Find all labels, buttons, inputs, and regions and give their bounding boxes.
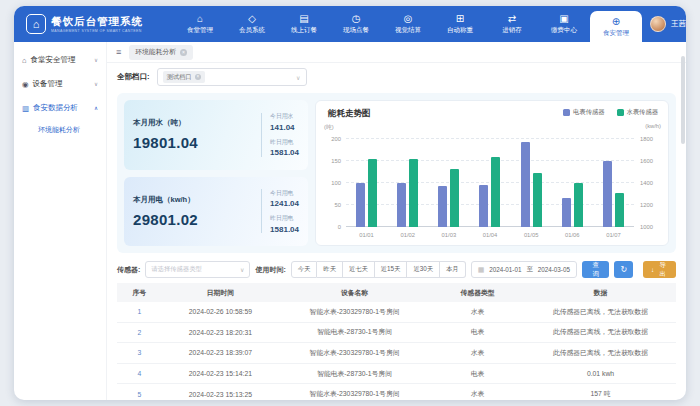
- stall-tag-close-icon[interactable]: ×: [195, 74, 202, 81]
- scrollbar-track[interactable]: [681, 46, 685, 396]
- table-row[interactable]: 32024-02-23 18:39:07智能水表-230329780-1号房间水…: [117, 343, 676, 364]
- sidebar-item-icon: ◉: [22, 80, 29, 89]
- legend-item-水表传感器[interactable]: 水表传感器: [617, 108, 658, 117]
- nav-item-label: 自动称重: [447, 26, 473, 35]
- table-cell: 电表: [430, 322, 525, 343]
- bar-电表传感器-01/05[interactable]: [521, 142, 530, 227]
- quick-range-今天[interactable]: 今天: [291, 261, 318, 278]
- legend-swatch: [617, 109, 624, 116]
- nav-item-视觉结算[interactable]: ◎视觉结算: [382, 6, 434, 42]
- nav-item-食安管理[interactable]: ⊕食安管理: [590, 11, 642, 42]
- chart-title: 能耗走势图: [328, 108, 371, 120]
- time-label: 使用时间:: [255, 265, 285, 275]
- nav-item-自动称重[interactable]: ⊞自动称重: [434, 6, 486, 42]
- x-axis-label: 01/07: [606, 232, 621, 238]
- table-cell: 此传感器已离线，无法获取数据: [525, 322, 676, 343]
- calendar-icon: ▦: [478, 266, 485, 274]
- stat-card-title: 本月用水（吨）: [133, 118, 253, 128]
- bar-水表传感器-01/06[interactable]: [574, 183, 583, 227]
- table-cell: 电表: [430, 363, 525, 384]
- stat-sub: 昨日用电1581.04: [270, 214, 299, 234]
- nav-item-线上订餐[interactable]: ▤线上订餐: [278, 6, 330, 42]
- sensor-type-select[interactable]: 请选择传感器类型 ∨: [145, 261, 250, 278]
- sidebar-item-设备管理[interactable]: ◉设备管理∨: [14, 72, 106, 96]
- stat-card-main: 本月用电（kw/h）29801.02: [133, 195, 253, 228]
- stat-sub-value: 1241.04: [270, 199, 299, 208]
- stat-card-main: 本月用水（吨）19801.04: [133, 118, 253, 151]
- 食堂管理-icon: ⌂: [197, 14, 203, 24]
- date-range-input[interactable]: ▦ 2024-01-01 至 2024-03-05: [471, 261, 577, 278]
- tab-close-icon[interactable]: ×: [180, 49, 187, 56]
- bar-水表传感器-01/03[interactable]: [450, 169, 459, 227]
- quick-range-昨天[interactable]: 昨天: [317, 261, 343, 278]
- table-header-数据: 数据: [525, 283, 676, 302]
- 自动称重-icon: ⊞: [456, 14, 464, 24]
- bar-电表传感器-01/03[interactable]: [438, 186, 447, 227]
- top-navbar: ⌂ 餐饮后台管理系统 MANAGEMENT SYSTEM OF SMART CA…: [14, 6, 686, 42]
- quick-range-本月[interactable]: 本月: [440, 261, 466, 278]
- table-cell: 2024-02-23 15:14:21: [162, 363, 279, 384]
- table-row[interactable]: 52024-02-23 15:13:25智能水表-230329780-1号房间水…: [117, 384, 676, 400]
- bar-电表传感器-01/02[interactable]: [397, 183, 406, 227]
- tab-label: 环境能耗分析: [135, 47, 176, 57]
- quick-range-近30天[interactable]: 近30天: [407, 261, 440, 278]
- bar-电表传感器-01/04[interactable]: [479, 185, 488, 227]
- right-axis-tick: 1200: [640, 202, 653, 208]
- tab-strip: ≡ 环境能耗分析 ×: [107, 42, 686, 63]
- nav-item-食堂管理[interactable]: ⌂食堂管理: [174, 6, 226, 42]
- sidebar-item-label: 食安数据分析: [33, 103, 90, 113]
- bar-电表传感器-01/06[interactable]: [562, 198, 571, 227]
- refresh-button[interactable]: ↻: [614, 261, 633, 278]
- legend-swatch: [563, 109, 570, 116]
- bar-水表传感器-01/05[interactable]: [533, 173, 542, 227]
- bar-电表传感器-01/07[interactable]: [603, 161, 612, 227]
- top-nav-items: ⌂食堂管理◇会员系统▤线上订餐◷现场点餐◎视觉结算⊞自动称重⇄进销存▣缴费中心⊕…: [174, 6, 642, 42]
- sidebar-subitem-环境能耗分析[interactable]: 环境能耗分析: [14, 120, 106, 140]
- right-axis-tick: 1800: [640, 136, 653, 142]
- bar-水表传感器-01/02[interactable]: [409, 159, 418, 227]
- table-cell: 此传感器已离线，无法获取数据: [525, 343, 676, 364]
- right-axis-tick: 1000: [640, 224, 653, 230]
- stat-card-value: 29801.02: [133, 211, 253, 228]
- nav-item-进销存[interactable]: ⇄进销存: [486, 6, 538, 42]
- table-cell: 水表: [430, 302, 525, 322]
- quick-range-近15天[interactable]: 近15天: [375, 261, 408, 278]
- stat-card: 本月用电（kw/h）29801.02今日用电1241.04昨日用电1581.04: [124, 177, 308, 247]
- quick-range-近七天[interactable]: 近七天: [343, 261, 375, 278]
- table-cell: 2024-02-23 18:39:07: [162, 343, 279, 364]
- right-axis-unit: (kw/h): [645, 123, 661, 129]
- bar-电表传感器-01/01[interactable]: [356, 183, 365, 227]
- tab-env-energy[interactable]: 环境能耗分析 ×: [129, 45, 193, 60]
- legend-label: 水表传感器: [627, 108, 658, 117]
- bar-group-01/03: [438, 139, 459, 227]
- sidebar-item-食安数据分析[interactable]: ▥食安数据分析∧: [14, 96, 106, 120]
- nav-item-现场点餐[interactable]: ◷现场点餐: [330, 6, 382, 42]
- sidebar-item-label: 食堂安全管理: [31, 55, 90, 65]
- sidebar-item-食堂安全管理[interactable]: ⌂食堂安全管理∨: [14, 48, 106, 72]
- table-cell: 水表: [430, 384, 525, 400]
- nav-item-会员系统[interactable]: ◇会员系统: [226, 6, 278, 42]
- x-axis-label: 01/05: [524, 232, 539, 238]
- nav-item-缴费中心[interactable]: ▣缴费中心: [538, 6, 590, 42]
- table-row[interactable]: 42024-02-23 15:14:21智能电表-28730-1号房间电表0.0…: [117, 363, 676, 384]
- table-cell: 智能水表-230329780-1号房间: [279, 343, 430, 364]
- table-row[interactable]: 12024-02-26 10:58:59智能水表-230329780-1号房间水…: [117, 302, 676, 322]
- 食安管理-icon: ⊕: [612, 17, 620, 27]
- table-row[interactable]: 22024-02-23 18:20:31智能电表-28730-1号房间电表此传感…: [117, 322, 676, 343]
- scrollbar-thumb[interactable]: [681, 56, 685, 144]
- stall-select[interactable]: 测试档口 × ∨: [157, 68, 307, 86]
- bar-水表传感器-01/04[interactable]: [491, 157, 500, 227]
- bar-group-01/02: [397, 139, 418, 227]
- user-box[interactable]: 王茜茜，采购经理 ⋮: [642, 6, 686, 42]
- bar-group-01/05: [521, 139, 542, 227]
- bar-水表传感器-01/01[interactable]: [368, 159, 377, 227]
- left-axis-tick: 100: [331, 180, 341, 186]
- collapse-sidebar-icon[interactable]: ≡: [116, 47, 121, 57]
- table-cell: 4: [117, 363, 162, 384]
- table-header-序号: 序号: [117, 283, 162, 302]
- search-button[interactable]: 查询: [582, 261, 609, 278]
- legend-item-电表传感器[interactable]: 电表传感器: [563, 108, 604, 117]
- bar-水表传感器-01/07[interactable]: [615, 193, 624, 227]
- export-button[interactable]: ↓ 导出: [643, 261, 676, 278]
- stat-sub-value: 1581.04: [270, 225, 299, 234]
